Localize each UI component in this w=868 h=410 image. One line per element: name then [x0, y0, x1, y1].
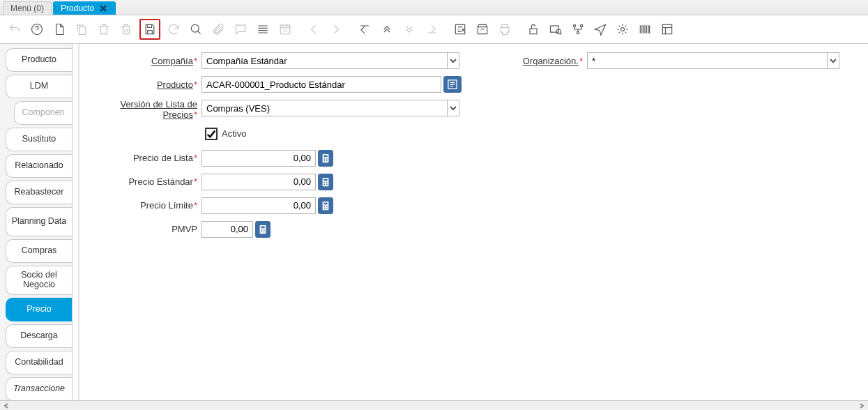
precio-lista-field[interactable]	[201, 150, 333, 167]
parent-last-icon	[422, 20, 441, 38]
svg-rect-28	[323, 203, 327, 205]
svg-point-10	[580, 24, 582, 26]
precio-lista-input[interactable]	[201, 150, 316, 167]
precio-estandar-calc-button[interactable]	[318, 174, 333, 190]
producto-field[interactable]	[201, 76, 462, 93]
svg-point-12	[621, 28, 625, 31]
organizacion-combo[interactable]	[587, 52, 839, 69]
barcode-icon[interactable]	[636, 20, 654, 38]
window-tab-menu[interactable]: Menú (0)	[3, 1, 52, 15]
svg-point-35	[261, 229, 262, 231]
version-dropdown-icon[interactable]	[447, 100, 459, 116]
compania-dropdown-icon[interactable]	[447, 52, 459, 69]
svg-point-32	[326, 208, 328, 209]
report-icon[interactable]	[451, 20, 469, 38]
organizacion-dropdown-icon[interactable]	[827, 52, 839, 69]
svg-rect-13	[662, 24, 671, 33]
window-tab-menu-label: Menú (0)	[10, 3, 44, 13]
precio-limite-input[interactable]	[201, 197, 316, 214]
pmvp-label: PMVP	[93, 224, 201, 234]
print-icon	[496, 20, 514, 38]
save-icon[interactable]	[139, 19, 160, 40]
svg-point-11	[577, 31, 579, 33]
version-combo[interactable]	[201, 100, 459, 116]
svg-point-24	[326, 182, 328, 183]
parent-next-icon	[400, 20, 418, 38]
svg-rect-34	[261, 227, 264, 229]
pmvp-field[interactable]	[201, 221, 271, 238]
precio-estandar-label: Precio Estándar*	[93, 176, 201, 187]
window-tab-producto[interactable]: Producto	[53, 1, 116, 15]
lock-icon[interactable]	[524, 20, 542, 38]
svg-point-29	[323, 206, 325, 207]
parent-prev-icon[interactable]	[378, 20, 396, 38]
process-gear-icon[interactable]	[614, 20, 632, 38]
side-tab-sustituto[interactable]: Sustituto	[6, 128, 72, 151]
scroll-left-icon[interactable]	[1, 402, 11, 410]
copy-record-icon	[73, 20, 91, 38]
svg-point-30	[326, 206, 328, 207]
side-tab-producto[interactable]: Producto	[6, 48, 72, 72]
organizacion-input[interactable]	[587, 52, 827, 69]
side-tab-reabastecer[interactable]: Reabastecer	[6, 181, 72, 204]
svg-point-36	[264, 229, 265, 231]
form-content: Compañía* Producto*	[73, 44, 868, 400]
side-tab-ldm[interactable]: LDM	[6, 75, 72, 98]
precio-estandar-input[interactable]	[201, 174, 316, 190]
precio-estandar-field[interactable]	[201, 174, 333, 190]
main-area: Producto LDM Componen Sustituto Relacion…	[0, 44, 868, 400]
archive-icon[interactable]	[473, 20, 492, 38]
new-record-icon[interactable]	[50, 20, 68, 38]
scroll-track[interactable]	[11, 402, 857, 409]
precio-limite-field[interactable]	[201, 197, 333, 214]
window-tab-producto-label: Producto	[61, 3, 94, 13]
refresh-icon	[165, 20, 183, 38]
pmvp-calc-button[interactable]	[255, 221, 271, 238]
help-icon[interactable]	[28, 20, 46, 38]
zoom-across-icon[interactable]	[547, 20, 565, 38]
search-icon[interactable]	[187, 20, 205, 38]
side-tab-precio[interactable]: Precio	[6, 298, 72, 321]
scroll-right-icon[interactable]	[857, 402, 867, 410]
grid-toggle-icon[interactable]	[254, 20, 272, 38]
side-tab-transacciones[interactable]: Transaccione	[6, 377, 72, 400]
customize-icon[interactable]	[658, 20, 676, 38]
svg-point-31	[323, 208, 325, 209]
side-tab-contabilidad[interactable]: Contabilidad	[6, 351, 72, 374]
side-tab-planning[interactable]: Planning Data	[6, 207, 72, 236]
workflow-icon[interactable]	[569, 20, 587, 38]
bottom-scrollbar[interactable]	[0, 400, 868, 410]
version-input[interactable]	[201, 100, 447, 116]
precio-limite-calc-button[interactable]	[318, 197, 333, 214]
svg-rect-22	[323, 179, 327, 181]
side-tab-socio[interactable]: Socio del Negocio	[6, 266, 72, 295]
send-icon[interactable]	[591, 20, 609, 38]
producto-lookup-button[interactable]	[443, 76, 462, 93]
side-tab-relacionado[interactable]: Relacionado	[6, 154, 72, 178]
pmvp-input[interactable]	[201, 221, 253, 238]
close-tab-icon[interactable]	[98, 3, 108, 13]
undo-icon	[6, 20, 24, 38]
parent-first-icon[interactable]	[356, 20, 374, 38]
calendar-icon: 31	[276, 20, 294, 38]
compania-combo[interactable]	[201, 52, 459, 69]
producto-input[interactable]	[201, 76, 441, 93]
next-record-icon	[327, 20, 345, 38]
svg-point-38	[264, 231, 265, 233]
side-tab-descarga[interactable]: Descarga	[6, 324, 72, 348]
activo-checkbox[interactable]	[205, 128, 218, 140]
version-label: Versión de Lista de Precios*	[93, 100, 201, 121]
organizacion-label: Organización.*	[503, 56, 587, 66]
compania-input[interactable]	[201, 52, 447, 69]
side-tab-panel: Producto LDM Componen Sustituto Relacion…	[0, 44, 73, 400]
svg-point-26	[326, 184, 328, 185]
window-tab-bar: Menú (0) Producto	[0, 0, 868, 15]
side-tab-componentes[interactable]: Componen	[14, 101, 72, 125]
precio-limite-label: Precio Límite*	[93, 200, 201, 211]
svg-text:31: 31	[283, 29, 287, 33]
svg-point-17	[323, 158, 325, 160]
svg-rect-6	[530, 29, 537, 33]
side-tab-compras[interactable]: Compras	[6, 239, 72, 263]
precio-lista-label: Precio de Lista*	[93, 153, 201, 163]
precio-lista-calc-button[interactable]	[318, 150, 333, 167]
